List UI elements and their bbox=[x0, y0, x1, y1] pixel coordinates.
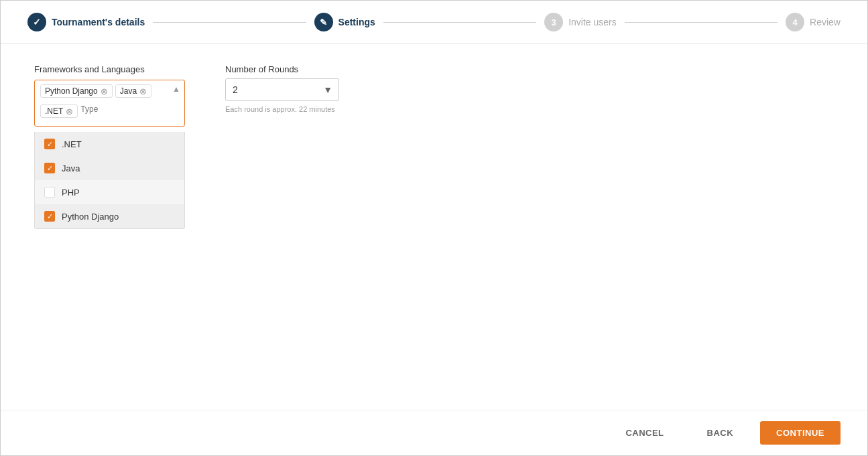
step-3-circle: 3 bbox=[544, 13, 563, 31]
checkbox-dotnet: ✓ bbox=[44, 139, 55, 149]
tag-dotnet-text: .NET bbox=[45, 106, 63, 116]
frameworks-type-input[interactable] bbox=[80, 104, 114, 114]
tag-java: Java ⊗ bbox=[115, 84, 151, 98]
footer: CANCEL BACK CONTINUE bbox=[1, 410, 867, 455]
option-java-label: Java bbox=[62, 163, 80, 173]
step-4-circle: 4 bbox=[786, 13, 804, 31]
step-3-number: 3 bbox=[552, 17, 556, 27]
frameworks-input-box[interactable]: Python Django ⊗ Java ⊗ .NET ⊗ ▲ bbox=[34, 80, 185, 127]
option-dotnet[interactable]: ✓ .NET bbox=[35, 132, 184, 156]
frameworks-group: Frameworks and Languages Python Django ⊗… bbox=[34, 64, 185, 229]
option-python-django[interactable]: ✓ Python Django bbox=[35, 204, 184, 228]
rounds-group: Number of Rounds 1 2 3 4 5 ▼ Each round … bbox=[225, 64, 339, 113]
rounds-select-wrapper: 1 2 3 4 5 ▼ bbox=[225, 78, 339, 101]
option-dotnet-label: .NET bbox=[62, 139, 82, 149]
step-4-number: 4 bbox=[792, 17, 797, 27]
cancel-button[interactable]: CANCEL bbox=[609, 421, 680, 445]
checkbox-python-django: ✓ bbox=[44, 211, 55, 222]
option-java[interactable]: ✓ Java bbox=[35, 156, 184, 180]
tag-python-django-text: Python Django bbox=[45, 86, 98, 96]
connector-1 bbox=[153, 22, 306, 23]
frameworks-label: Frameworks and Languages bbox=[34, 64, 185, 74]
frameworks-dropdown: ✓ .NET ✓ Java PHP ✓ Python Django bbox=[34, 132, 185, 229]
rounds-select[interactable]: 1 2 3 4 5 bbox=[225, 78, 339, 101]
tag-python-django: Python Django ⊗ bbox=[40, 84, 113, 98]
check-icon: ✓ bbox=[33, 17, 41, 27]
form-row: Frameworks and Languages Python Django ⊗… bbox=[34, 64, 834, 229]
checkbox-java: ✓ bbox=[44, 163, 55, 173]
scroll-up-icon[interactable]: ▲ bbox=[172, 84, 180, 94]
page-wrapper: ✓ Tournament's details ✎ Settings 3 Invi… bbox=[1, 1, 867, 455]
pencil-icon: ✎ bbox=[320, 17, 327, 27]
step-2-circle: ✎ bbox=[314, 13, 333, 31]
option-php[interactable]: PHP bbox=[35, 180, 184, 204]
main-content: Frameworks and Languages Python Django ⊗… bbox=[1, 44, 867, 410]
step-settings: ✎ Settings bbox=[314, 13, 375, 31]
connector-3 bbox=[625, 22, 778, 23]
connector-2 bbox=[383, 22, 536, 23]
continue-button[interactable]: CONTINUE bbox=[760, 421, 841, 445]
tag-dotnet-remove[interactable]: ⊗ bbox=[66, 107, 73, 116]
tag-dotnet: .NET ⊗ bbox=[40, 104, 78, 118]
step-2-label: Settings bbox=[338, 17, 375, 27]
option-python-django-label: Python Django bbox=[62, 212, 119, 222]
step-invite-users: 3 Invite users bbox=[544, 13, 617, 31]
rounds-hint: Each round is approx. 22 minutes bbox=[225, 105, 339, 113]
checkbox-php bbox=[44, 187, 55, 198]
step-tournament-details: ✓ Tournament's details bbox=[27, 13, 145, 31]
option-php-label: PHP bbox=[62, 187, 80, 198]
step-4-label: Review bbox=[810, 17, 841, 27]
step-1-circle: ✓ bbox=[27, 13, 46, 31]
rounds-label: Number of Rounds bbox=[225, 64, 339, 74]
tag-java-remove[interactable]: ⊗ bbox=[139, 87, 147, 96]
back-button[interactable]: BACK bbox=[691, 421, 750, 445]
step-review: 4 Review bbox=[786, 13, 841, 31]
stepper: ✓ Tournament's details ✎ Settings 3 Invi… bbox=[1, 1, 867, 44]
tag-java-text: Java bbox=[120, 86, 137, 96]
tag-python-django-remove[interactable]: ⊗ bbox=[101, 87, 108, 96]
step-3-label: Invite users bbox=[568, 17, 617, 27]
step-1-label: Tournament's details bbox=[52, 17, 145, 27]
